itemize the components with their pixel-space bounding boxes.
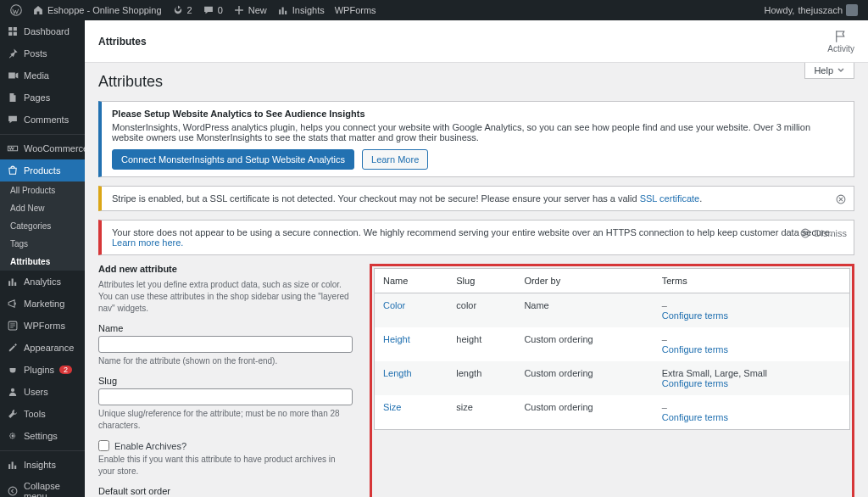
wpforms-link[interactable]: WPForms [330, 5, 381, 15]
th-name: Name [375, 269, 448, 293]
sidebar-item-appearance[interactable]: Appearance [0, 337, 85, 359]
sidebar-item-label: Posts [24, 48, 47, 59]
configure-terms-link[interactable]: Configure terms [662, 310, 728, 321]
configure-terms-link[interactable]: Configure terms [662, 378, 728, 388]
site-name-link[interactable]: Eshoppe - Online Shopping [27, 4, 167, 16]
sidebar-sub-add-new[interactable]: Add New [0, 199, 85, 217]
sidebar-item-plugins[interactable]: Plugins2 [0, 359, 85, 381]
notice-stripe-pre: Stripe is enabled, but a SSL certificate… [112, 193, 640, 204]
notice-ssl-body: Your store does not appear to be using a… [112, 227, 832, 237]
attribute-name-link[interactable]: Size [383, 402, 401, 412]
th-slug: Slug [448, 269, 515, 293]
sidebar-item-label: Insights [24, 460, 56, 470]
sidebar-item-marketing[interactable]: Marketing [0, 293, 85, 315]
help-tab[interactable]: Help [804, 63, 854, 79]
sort-label: Default sort order [98, 486, 353, 496]
configure-terms-link[interactable]: Configure terms [662, 412, 728, 422]
th-order: Order by [515, 269, 653, 293]
woo-icon [7, 142, 19, 154]
attribute-order: Custom ordering [515, 327, 653, 361]
notice-mi-body: MonsterInsights, WordPress analytics plu… [112, 122, 843, 142]
form-icon [7, 320, 19, 332]
settings-icon [7, 430, 19, 442]
sidebar-item-label: Settings [24, 431, 58, 441]
ssl-certificate-link[interactable]: SSL certificate [640, 193, 700, 204]
chevron-down-icon [837, 66, 845, 75]
table-row: LengthlengthCustom orderingExtra Small, … [375, 361, 850, 395]
enable-archives-label: Enable Archives? [114, 441, 186, 451]
attribute-name-link[interactable]: Height [383, 334, 410, 344]
sidebar-item-posts[interactable]: Posts [0, 42, 85, 64]
notice-stripe: Stripe is enabled, but a SSL certificate… [98, 186, 854, 211]
sidebar-item-label: Pages [24, 92, 50, 103]
sidebar-item-woocommerce[interactable]: WooCommerce [0, 137, 85, 159]
learn-more-link[interactable]: Learn more here. [112, 237, 183, 248]
updates-link[interactable]: 2 [167, 4, 198, 16]
slug-input[interactable] [98, 388, 353, 405]
sidebar-item-comments[interactable]: Comments [0, 109, 85, 131]
enable-archives-checkbox[interactable] [98, 440, 109, 451]
sidebar-item-tools[interactable]: Tools [0, 403, 85, 425]
wordpress-icon [10, 4, 22, 16]
plus-icon [233, 4, 245, 16]
sidebar-item-products[interactable]: Products [0, 159, 85, 181]
notice-ssl: Dismiss Your store does not appear to be… [98, 220, 854, 255]
attribute-name-link[interactable]: Length [383, 368, 412, 378]
connect-monsterinsights-button[interactable]: Connect MonsterInsights and Setup Websit… [112, 149, 354, 170]
refresh-icon [172, 4, 184, 16]
account-link[interactable]: Howdy, thejuszach [760, 4, 863, 16]
megaphone-icon [7, 298, 19, 310]
attribute-name-link[interactable]: Color [383, 300, 405, 310]
close-icon [799, 227, 811, 239]
wpforms-label: WPForms [335, 5, 376, 15]
site-name-text: Eshoppe - Online Shopping [47, 5, 162, 15]
sidebar-item-label: Products [24, 165, 60, 176]
wp-logo[interactable] [5, 4, 27, 16]
terms-text: Extra Small, Large, Small [662, 368, 767, 378]
learn-more-button[interactable]: Learn More [362, 149, 428, 170]
sidebar-item-label: WPForms [24, 321, 65, 331]
sidebar-item-settings[interactable]: Settings [0, 425, 85, 447]
sidebar-item-wpforms[interactable]: WPForms [0, 315, 85, 337]
sidebar-item-label: Dashboard [24, 26, 70, 36]
notice-mi-heading: Please Setup Website Analytics to See Au… [112, 109, 843, 119]
activity-label: Activity [827, 44, 854, 53]
plug-icon [7, 364, 19, 376]
attribute-order: Custom ordering [515, 361, 653, 395]
sidebar-sub-attributes[interactable]: Attributes [0, 253, 85, 271]
attribute-order: Name [515, 293, 653, 328]
flag-icon [833, 29, 849, 44]
slug-label: Slug [98, 376, 353, 386]
sidebar-sub-all-products[interactable]: All Products [0, 181, 85, 199]
sidebar-item-analytics[interactable]: Analytics [0, 271, 85, 293]
comments-link[interactable]: 0 [198, 4, 228, 16]
form-intro: Attributes let you define extra product … [98, 279, 353, 315]
sidebar-item-dashboard[interactable]: Dashboard [0, 20, 85, 42]
svg-point-0 [11, 5, 22, 16]
sidebar-item-pages[interactable]: Pages [0, 87, 85, 109]
new-link[interactable]: New [228, 4, 272, 16]
collapse-menu[interactable]: Collapse menu [0, 476, 85, 497]
sidebar-item-label: Tools [24, 409, 46, 419]
sidebar-item-users[interactable]: Users [0, 381, 85, 403]
attributes-table-wrapper: Name Slug Order by Terms ColorcolorName–… [370, 264, 854, 497]
notice-stripe-dismiss[interactable] [835, 193, 847, 205]
attribute-slug: height [448, 327, 515, 361]
insights-label: Insights [292, 5, 325, 15]
table-row: HeightheightCustom ordering–Configure te… [375, 327, 850, 361]
sidebar-item-label: Marketing [24, 299, 64, 309]
configure-terms-link[interactable]: Configure terms [662, 344, 728, 355]
comment-icon [203, 4, 214, 16]
user-icon [7, 386, 19, 398]
sidebar-item-insights[interactable]: Insights [0, 454, 85, 476]
notice-monsterinsights: Please Setup Website Analytics to See Au… [98, 101, 854, 177]
sidebar-sub-tags[interactable]: Tags [0, 235, 85, 253]
name-input[interactable] [98, 336, 353, 353]
activity-button[interactable]: Activity [827, 29, 854, 53]
sidebar-sub-categories[interactable]: Categories [0, 217, 85, 235]
plugin-update-badge: 2 [59, 366, 72, 374]
avatar [846, 4, 858, 16]
sidebar-item-media[interactable]: Media [0, 64, 85, 87]
insights-link[interactable]: Insights [272, 4, 330, 16]
notice-ssl-dismiss[interactable]: Dismiss [799, 227, 848, 239]
